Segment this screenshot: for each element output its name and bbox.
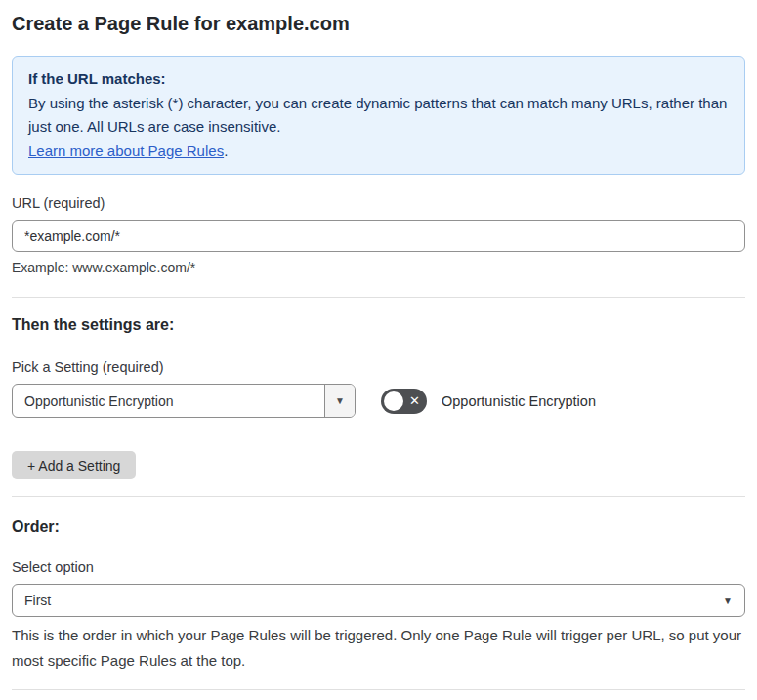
divider bbox=[12, 297, 745, 298]
setting-toggle-wrap: ✕ Opportunistic Encryption bbox=[381, 389, 596, 414]
url-input[interactable] bbox=[12, 220, 745, 252]
order-section-heading: Order: bbox=[12, 517, 745, 537]
add-setting-button[interactable]: + Add a Setting bbox=[12, 451, 136, 479]
order-help-text: This is the order in which your Page Rul… bbox=[12, 623, 745, 674]
setting-row: Opportunistic Encryption ▼ ✕ Opportunist… bbox=[12, 384, 745, 418]
toggle-label: Opportunistic Encryption bbox=[442, 393, 596, 409]
toggle-off-x-icon: ✕ bbox=[409, 389, 420, 414]
page-title: Create a Page Rule for example.com bbox=[12, 12, 745, 35]
opportunistic-encryption-toggle[interactable]: ✕ bbox=[381, 389, 427, 414]
divider bbox=[12, 496, 745, 497]
order-select-value: First bbox=[24, 593, 51, 608]
info-box-link-line: Learn more about Page Rules. bbox=[28, 140, 729, 164]
info-box-heading: If the URL matches: bbox=[28, 67, 729, 92]
divider bbox=[12, 689, 745, 690]
chevron-down-icon: ▼ bbox=[335, 395, 345, 406]
chevron-down-icon: ▼ bbox=[723, 585, 733, 616]
url-match-info-box: If the URL matches: By using the asteris… bbox=[12, 56, 745, 175]
pick-setting-label: Pick a Setting (required) bbox=[12, 358, 745, 376]
settings-section-heading: Then the settings are: bbox=[12, 315, 745, 335]
url-field-label: URL (required) bbox=[12, 194, 745, 212]
learn-more-link[interactable]: Learn more about Page Rules bbox=[28, 143, 224, 159]
link-suffix: . bbox=[224, 143, 228, 159]
order-select-label: Select option bbox=[12, 558, 745, 576]
url-example-hint: Example: www.example.com/* bbox=[12, 259, 745, 276]
setting-select[interactable]: Opportunistic Encryption ▼ bbox=[12, 384, 356, 418]
setting-select-value: Opportunistic Encryption bbox=[13, 385, 324, 417]
order-select[interactable]: First ▼ bbox=[12, 584, 745, 617]
create-page-rule-panel: Create a Page Rule for example.com If th… bbox=[0, 0, 757, 700]
info-box-body: By using the asterisk (*) character, you… bbox=[28, 92, 729, 140]
toggle-knob bbox=[384, 391, 403, 411]
setting-select-dropdown-button[interactable]: ▼ bbox=[324, 385, 355, 417]
